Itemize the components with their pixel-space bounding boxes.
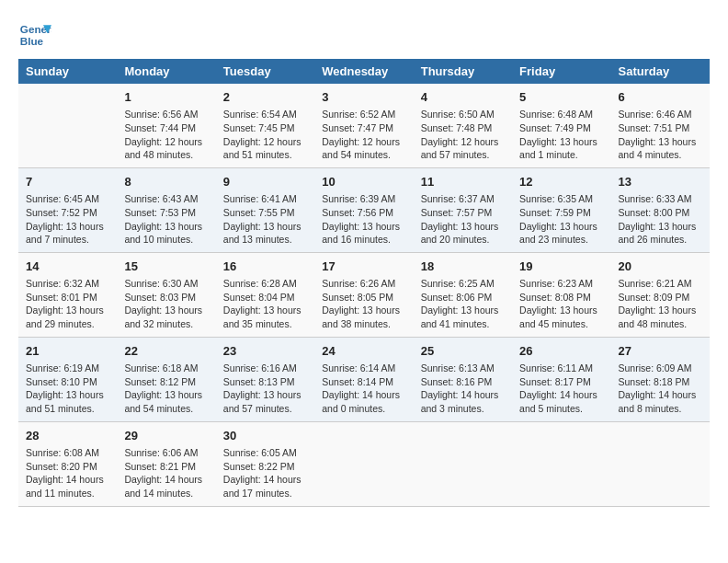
day-header-sunday: Sunday: [18, 59, 117, 84]
day-number: 27: [619, 343, 702, 360]
svg-text:Blue: Blue: [20, 35, 44, 47]
day-content: Sunrise: 6:06 AM Sunset: 8:21 PM Dayligh…: [124, 446, 208, 500]
day-number: 9: [223, 174, 307, 190]
calendar-cell: 13Sunrise: 6:33 AM Sunset: 8:00 PM Dayli…: [611, 167, 710, 252]
calendar-cell: 11Sunrise: 6:37 AM Sunset: 7:57 PM Dayli…: [414, 167, 512, 252]
day-number: 5: [519, 89, 603, 106]
day-content: Sunrise: 6:45 AM Sunset: 7:52 PM Dayligh…: [26, 192, 109, 247]
day-content: Sunrise: 6:21 AM Sunset: 8:09 PM Dayligh…: [619, 277, 702, 331]
calendar-cell: [611, 421, 710, 506]
day-content: Sunrise: 6:11 AM Sunset: 8:17 PM Dayligh…: [519, 362, 603, 416]
day-content: Sunrise: 6:25 AM Sunset: 8:06 PM Dayligh…: [421, 277, 505, 331]
day-number: 18: [421, 259, 505, 275]
day-content: Sunrise: 6:56 AM Sunset: 7:44 PM Dayligh…: [124, 108, 208, 162]
calendar-cell: 17Sunrise: 6:26 AM Sunset: 8:05 PM Dayli…: [314, 252, 413, 337]
day-number: 25: [421, 343, 505, 360]
day-number: 10: [322, 174, 405, 190]
day-number: 22: [124, 343, 208, 360]
day-header-wednesday: Wednesday: [314, 59, 413, 84]
day-number: 15: [124, 259, 208, 275]
day-number: 14: [26, 259, 109, 275]
day-header-tuesday: Tuesday: [216, 59, 314, 84]
calendar-cell: 24Sunrise: 6:14 AM Sunset: 8:14 PM Dayli…: [314, 337, 413, 421]
day-number: 3: [322, 89, 405, 106]
calendar-cell: 8Sunrise: 6:43 AM Sunset: 7:53 PM Daylig…: [117, 167, 215, 252]
calendar-cell: 1Sunrise: 6:56 AM Sunset: 7:44 PM Daylig…: [117, 84, 215, 167]
calendar-cell: 30Sunrise: 6:05 AM Sunset: 8:22 PM Dayli…: [216, 421, 314, 506]
day-content: Sunrise: 6:52 AM Sunset: 7:47 PM Dayligh…: [322, 108, 405, 162]
day-header-friday: Friday: [512, 59, 610, 84]
calendar-cell: 18Sunrise: 6:25 AM Sunset: 8:06 PM Dayli…: [414, 252, 512, 337]
day-content: Sunrise: 6:50 AM Sunset: 7:48 PM Dayligh…: [421, 108, 505, 162]
calendar-cell: 3Sunrise: 6:52 AM Sunset: 7:47 PM Daylig…: [314, 84, 413, 167]
day-number: 24: [322, 343, 405, 360]
calendar-cell: 9Sunrise: 6:41 AM Sunset: 7:55 PM Daylig…: [216, 167, 314, 252]
calendar-cell: 21Sunrise: 6:19 AM Sunset: 8:10 PM Dayli…: [18, 337, 117, 421]
page-header: General Blue: [18, 18, 710, 52]
day-number: 12: [519, 174, 603, 190]
day-number: 26: [519, 343, 603, 360]
day-content: Sunrise: 6:14 AM Sunset: 8:14 PM Dayligh…: [322, 362, 405, 416]
calendar-cell: 23Sunrise: 6:16 AM Sunset: 8:13 PM Dayli…: [216, 337, 314, 421]
day-number: 4: [421, 89, 505, 106]
days-header-row: SundayMondayTuesdayWednesdayThursdayFrid…: [18, 59, 710, 84]
calendar-cell: 20Sunrise: 6:21 AM Sunset: 8:09 PM Dayli…: [611, 252, 710, 337]
calendar-cell: 27Sunrise: 6:09 AM Sunset: 8:18 PM Dayli…: [611, 337, 710, 421]
day-content: Sunrise: 6:41 AM Sunset: 7:55 PM Dayligh…: [223, 192, 307, 247]
calendar-cell: [414, 421, 512, 506]
calendar-cell: 5Sunrise: 6:48 AM Sunset: 7:49 PM Daylig…: [512, 84, 610, 167]
calendar-cell: 25Sunrise: 6:13 AM Sunset: 8:16 PM Dayli…: [414, 337, 512, 421]
day-content: Sunrise: 6:09 AM Sunset: 8:18 PM Dayligh…: [619, 362, 702, 416]
day-number: 16: [223, 259, 307, 275]
logo-icon: General Blue: [18, 18, 51, 52]
calendar-cell: 15Sunrise: 6:30 AM Sunset: 8:03 PM Dayli…: [117, 252, 215, 337]
day-content: Sunrise: 6:08 AM Sunset: 8:20 PM Dayligh…: [26, 446, 109, 500]
week-row-1: 1Sunrise: 6:56 AM Sunset: 7:44 PM Daylig…: [18, 84, 710, 167]
day-content: Sunrise: 6:19 AM Sunset: 8:10 PM Dayligh…: [26, 362, 109, 416]
day-content: Sunrise: 6:54 AM Sunset: 7:45 PM Dayligh…: [223, 108, 307, 162]
day-number: 29: [124, 428, 208, 444]
day-content: Sunrise: 6:23 AM Sunset: 8:08 PM Dayligh…: [519, 277, 603, 331]
day-number: 20: [619, 259, 702, 275]
day-content: Sunrise: 6:16 AM Sunset: 8:13 PM Dayligh…: [223, 362, 307, 416]
calendar-cell: 28Sunrise: 6:08 AM Sunset: 8:20 PM Dayli…: [18, 421, 117, 506]
day-content: Sunrise: 6:30 AM Sunset: 8:03 PM Dayligh…: [124, 277, 208, 331]
day-content: Sunrise: 6:13 AM Sunset: 8:16 PM Dayligh…: [421, 362, 505, 416]
day-number: 28: [26, 428, 109, 444]
day-content: Sunrise: 6:37 AM Sunset: 7:57 PM Dayligh…: [421, 192, 505, 247]
day-number: 2: [223, 89, 307, 106]
calendar-cell: 29Sunrise: 6:06 AM Sunset: 8:21 PM Dayli…: [117, 421, 215, 506]
day-content: Sunrise: 6:43 AM Sunset: 7:53 PM Dayligh…: [124, 192, 208, 247]
day-content: Sunrise: 6:32 AM Sunset: 8:01 PM Dayligh…: [26, 277, 109, 331]
day-content: Sunrise: 6:05 AM Sunset: 8:22 PM Dayligh…: [223, 446, 307, 500]
calendar-cell: 6Sunrise: 6:46 AM Sunset: 7:51 PM Daylig…: [611, 84, 710, 167]
week-row-5: 28Sunrise: 6:08 AM Sunset: 8:20 PM Dayli…: [18, 421, 710, 506]
day-header-monday: Monday: [117, 59, 215, 84]
calendar-cell: 14Sunrise: 6:32 AM Sunset: 8:01 PM Dayli…: [18, 252, 117, 337]
day-number: 11: [421, 174, 505, 190]
logo: General Blue: [18, 18, 51, 52]
day-number: 7: [26, 174, 109, 190]
day-content: Sunrise: 6:46 AM Sunset: 7:51 PM Dayligh…: [619, 108, 702, 162]
calendar-cell: 19Sunrise: 6:23 AM Sunset: 8:08 PM Dayli…: [512, 252, 610, 337]
calendar-cell: 10Sunrise: 6:39 AM Sunset: 7:56 PM Dayli…: [314, 167, 413, 252]
day-header-thursday: Thursday: [414, 59, 512, 84]
day-header-saturday: Saturday: [611, 59, 710, 84]
day-number: 19: [519, 259, 603, 275]
day-number: 8: [124, 174, 208, 190]
day-number: 6: [619, 89, 702, 106]
calendar-cell: 2Sunrise: 6:54 AM Sunset: 7:45 PM Daylig…: [216, 84, 314, 167]
day-content: Sunrise: 6:28 AM Sunset: 8:04 PM Dayligh…: [223, 277, 307, 331]
week-row-2: 7Sunrise: 6:45 AM Sunset: 7:52 PM Daylig…: [18, 167, 710, 252]
day-number: 1: [124, 89, 208, 106]
day-number: 23: [223, 343, 307, 360]
calendar-cell: [512, 421, 610, 506]
week-row-3: 14Sunrise: 6:32 AM Sunset: 8:01 PM Dayli…: [18, 252, 710, 337]
calendar-table: SundayMondayTuesdayWednesdayThursdayFrid…: [18, 59, 710, 507]
day-content: Sunrise: 6:33 AM Sunset: 8:00 PM Dayligh…: [619, 192, 702, 247]
calendar-cell: 22Sunrise: 6:18 AM Sunset: 8:12 PM Dayli…: [117, 337, 215, 421]
calendar-cell: 4Sunrise: 6:50 AM Sunset: 7:48 PM Daylig…: [414, 84, 512, 167]
week-row-4: 21Sunrise: 6:19 AM Sunset: 8:10 PM Dayli…: [18, 337, 710, 421]
calendar-cell: 12Sunrise: 6:35 AM Sunset: 7:59 PM Dayli…: [512, 167, 610, 252]
calendar-cell: [18, 84, 117, 167]
